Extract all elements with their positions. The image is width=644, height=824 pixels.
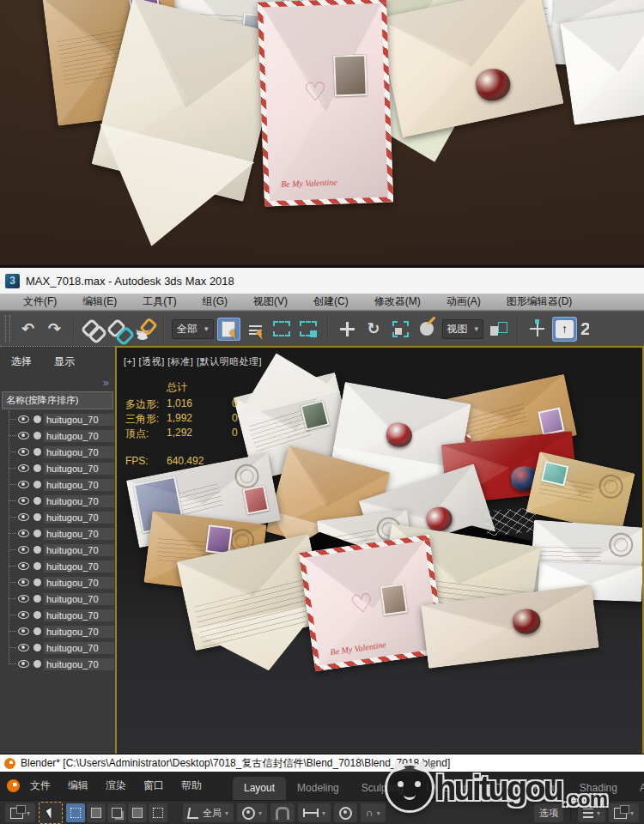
scene-object-row[interactable]: huitugou_70 [0,623,115,639]
max-menu-item[interactable]: 文件(F) [10,294,70,309]
scene-object-row[interactable]: huitugou_70 [0,476,115,493]
select-and-place-button[interactable] [416,318,439,341]
select-and-rotate-button[interactable]: ↻ [362,318,386,341]
select-mode-lasso[interactable] [128,803,147,822]
visibility-eye-icon[interactable] [18,595,29,603]
scene-object-row[interactable]: huitugou_70 [0,574,115,591]
scene-object-row[interactable]: huitugou_70 [0,493,115,509]
proportional-editing-toggle[interactable] [334,803,357,822]
bind-to-space-warp-icon[interactable] [133,318,156,341]
visibility-eye-icon[interactable] [18,481,29,488]
visibility-eye-icon[interactable] [18,513,29,521]
max-menu-item[interactable]: 组(G) [190,294,240,309]
unlink-selection-icon[interactable] [107,318,130,341]
panel-expand-chevrons[interactable]: » [103,376,107,389]
scene-object-row[interactable]: huitugou_70 [0,656,115,672]
select-mode-box[interactable] [87,803,106,822]
scene-object-row[interactable]: huitugou_70 [0,411,115,427]
object-dot-icon[interactable] [33,546,41,554]
visibility-eye-icon[interactable] [18,546,29,554]
select-object-button[interactable] [217,318,240,341]
max-menu-item[interactable]: 图形编辑器(D) [494,294,586,309]
workspace-tab-sculpting[interactable]: Sculpting [350,777,415,800]
select-and-move-button[interactable] [336,318,359,341]
snap-toggle[interactable] [270,803,295,822]
object-dot-icon[interactable] [33,579,41,586]
perspective-viewport[interactable]: ♡Be My Valentine [+] [透视] [标准] [默认明暗处理] … [115,346,644,756]
workspace-tab-animation[interactable]: Animation [629,777,644,800]
select-mode-tweak[interactable] [66,803,85,822]
object-dot-icon[interactable] [33,497,41,505]
object-dot-icon[interactable] [33,448,41,456]
object-dot-icon[interactable] [33,611,41,619]
visibility-eye-icon[interactable] [18,497,29,505]
scene-object-row[interactable]: huitugou_70 [0,542,115,558]
blender-menu-logo-icon[interactable] [7,779,20,792]
workspace-tab-uv-editing[interactable]: UV Editing [415,777,486,800]
viewport-overlays-dropdown[interactable]: ▾ [609,803,639,822]
panel-menu-display[interactable]: 显示 [54,354,75,369]
select-and-link-icon[interactable] [82,318,104,341]
scene-object-row[interactable]: huitugou_70 [0,525,115,542]
object-dot-icon[interactable] [33,432,41,439]
active-select-box-tool[interactable] [39,802,63,824]
selection-filter-dropdown[interactable]: 全部 ▾ [172,319,214,339]
redo-icon[interactable]: ↷ [43,318,66,341]
undo-icon[interactable]: ↶ [16,318,39,341]
workspace-tab-modeling[interactable]: Modeling [286,777,350,800]
scene-object-row[interactable]: huitugou_70 [0,558,115,574]
scene-object-row[interactable]: huitugou_70 [0,639,115,656]
snap-toggle-partial[interactable]: 2 [580,318,589,339]
visibility-eye-icon[interactable] [18,579,29,586]
window-crossing-toggle-button[interactable] [297,318,320,341]
workspace-tab-texture-paint[interactable]: Texture Paint [486,777,568,800]
select-and-manipulate-button[interactable] [526,318,549,341]
visibility-eye-icon[interactable] [18,562,29,570]
workspace-tab-layout[interactable]: Layout [233,777,286,800]
visibility-eye-icon[interactable] [18,448,29,456]
object-dot-icon[interactable] [33,415,41,423]
visibility-eye-icon[interactable] [18,464,29,472]
max-menu-item[interactable]: 动画(A) [434,294,494,309]
blender-menu-item[interactable]: 帮助 [173,779,210,793]
visibility-eye-icon[interactable] [18,530,29,537]
max-menu-item[interactable]: 创建(C) [301,294,361,309]
object-dot-icon[interactable] [33,530,41,537]
visibility-eye-icon[interactable] [18,660,29,668]
select-mode-extend[interactable] [149,803,167,822]
scene-object-row[interactable]: huitugou_70 [0,509,115,525]
rectangular-selection-region-button[interactable] [270,318,294,341]
scene-object-row[interactable]: huitugou_70 [0,591,115,607]
blender-menu-item[interactable]: 窗口 [135,779,173,793]
max-menu-item[interactable]: 修改器(M) [361,294,434,309]
transform-orientation-dropdown[interactable]: 全局 ▾ [183,803,234,822]
object-dot-icon[interactable] [33,660,41,668]
blender-menu-item[interactable]: 编辑 [59,779,97,793]
scene-object-row[interactable]: huitugou_70 [0,427,115,444]
scene-object-row[interactable]: huitugou_70 [0,607,115,623]
panel-menu-select[interactable]: 选择 [11,354,32,369]
toolbar-drag-handle[interactable] [5,315,10,342]
reference-coordinate-dropdown[interactable]: 视图 ▾ [442,319,484,339]
select-mode-circle[interactable] [107,803,126,822]
object-type-visibility-dropdown[interactable]: ▾ [578,803,605,822]
visibility-eye-icon[interactable] [18,415,29,423]
select-by-name-button[interactable] [244,318,267,341]
name-sort-column-header[interactable]: 名称(按降序排序) [2,391,113,409]
blender-menu-item[interactable]: 渲染 [97,779,135,793]
object-dot-icon[interactable] [33,562,41,570]
scene-object-row[interactable]: huitugou_70 [0,460,115,476]
keyboard-shortcut-override-button[interactable]: ↑ [552,317,577,342]
object-dot-icon[interactable] [33,595,41,603]
object-dot-icon[interactable] [33,644,41,651]
max-menu-item[interactable]: 视图(V) [240,294,301,309]
visibility-eye-icon[interactable] [18,644,29,651]
pivot-point-dropdown[interactable]: ▾ [237,803,267,822]
proportional-falloff-dropdown[interactable]: ∩ ▾ [361,803,386,822]
visibility-eye-icon[interactable] [18,627,29,635]
visibility-eye-icon[interactable] [18,432,29,439]
max-menu-item[interactable]: 工具(T) [130,294,189,309]
blender-menu-item[interactable]: 文件 [21,779,59,793]
options-button[interactable]: 选项 [534,803,563,822]
visibility-eye-icon[interactable] [18,611,29,619]
